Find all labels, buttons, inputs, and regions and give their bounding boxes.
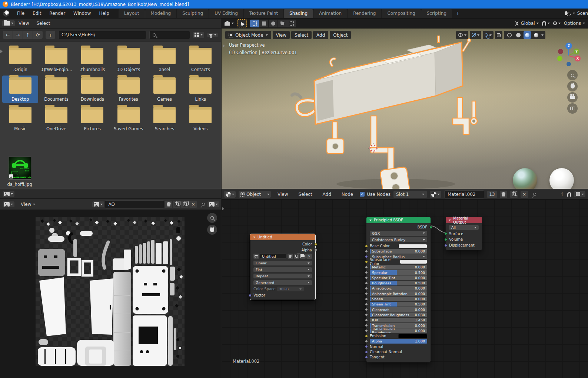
slider-ior[interactable]: IOR1.450 (370, 318, 427, 322)
slider-sheen[interactable]: Sheen0.000 (370, 297, 427, 301)
pin-icon[interactable] (202, 202, 206, 206)
viewport-zoom-button[interactable] (567, 70, 578, 80)
browse-image-button[interactable] (92, 201, 104, 207)
material-name-field[interactable]: Material.002 (444, 190, 484, 198)
users-count-button[interactable]: 13 (487, 191, 497, 198)
slider-subsurface[interactable]: Subsurface0.000 (370, 249, 427, 254)
viewport-perspective-button[interactable] (567, 103, 578, 114)
ie-menu-view[interactable]: View (17, 202, 39, 207)
socket-vector-input[interactable] (249, 294, 252, 297)
tab-rendering[interactable]: Rendering (348, 9, 381, 19)
tab-uv-editing[interactable]: UV Editing (209, 9, 243, 19)
back-button[interactable]: ← (3, 31, 13, 39)
socket-transmission-roughness-input[interactable] (365, 329, 368, 332)
image-name-field[interactable]: Untitled (260, 254, 287, 259)
transform-orientation-dropdown[interactable]: Global (514, 21, 538, 26)
menu-file[interactable]: File (13, 9, 29, 18)
socket-displacement-input[interactable] (444, 244, 447, 247)
file-tile-da-hoffi[interactable]: Get some Beat www.DA-HOFFI.de da_hoffi.j… (3, 155, 36, 188)
socket-bsdf-output[interactable] (429, 226, 432, 229)
socket-metallic-input[interactable] (365, 266, 368, 269)
select-tweak-button[interactable] (259, 20, 268, 27)
snapping-icon[interactable] (567, 192, 571, 197)
interpolation-dropdown[interactable]: Linear (253, 261, 312, 265)
socket-base-color-input[interactable] (365, 245, 368, 248)
node-image-texture[interactable]: Untitled Color Alpha Untitled × Linear F… (250, 234, 316, 300)
folder-tile-searches[interactable]: Searches (146, 105, 182, 133)
folder-tile-links[interactable]: Links (183, 76, 219, 103)
socket-alpha-output[interactable] (314, 248, 317, 251)
image-mode-dropdown[interactable] (3, 201, 14, 207)
socket-clearcoat-normal-input[interactable] (365, 351, 368, 354)
menu-render[interactable]: Render (45, 9, 69, 18)
socket-sheen-input[interactable] (365, 298, 368, 301)
new-image-button[interactable] (294, 254, 299, 259)
viewport-camera-button[interactable] (567, 92, 578, 103)
socket-transmission-input[interactable] (365, 324, 368, 327)
socket-anisotropic-rotation-input[interactable] (365, 292, 368, 295)
fb-menu-select[interactable]: Select (33, 21, 54, 26)
select-circle-button[interactable] (269, 20, 278, 27)
editor-type-button[interactable] (3, 191, 14, 197)
socket-roughness-input[interactable] (365, 282, 368, 285)
gizmo-neg-x-axis[interactable] (558, 49, 563, 54)
select-lasso-button[interactable] (278, 20, 287, 27)
se-menu-select[interactable]: Select (295, 192, 316, 197)
tab-sculpting[interactable]: Sculpting (177, 9, 209, 19)
socket-color-output[interactable] (314, 243, 317, 246)
socket-emission-input[interactable] (365, 335, 368, 338)
folder-tile-qtwebengin[interactable]: .QtWebEngin... (38, 46, 74, 73)
node-header[interactable]: Untitled (250, 234, 315, 240)
zoom-button[interactable] (207, 213, 217, 223)
socket-clearcoat-input[interactable] (365, 308, 368, 311)
path-field[interactable]: C:\Users\HoFFi\ (58, 31, 146, 39)
menu-window[interactable]: Window (69, 9, 95, 18)
socket-specular-input[interactable] (365, 271, 368, 274)
socket-subsurface-color-input[interactable] (365, 260, 368, 263)
socket-tangent-input[interactable] (365, 356, 368, 359)
menu-help[interactable]: Help (95, 9, 113, 18)
create-folder-button[interactable]: + (46, 31, 55, 39)
distribution-dropdown[interactable]: GGX (370, 231, 427, 236)
file-browser-content[interactable]: .Origin.QtWebEngin....thumbnails3D Objec… (0, 41, 221, 189)
node-header[interactable]: Principled BSDF (366, 217, 431, 223)
socket-clearcoat-roughness-input[interactable] (365, 313, 368, 316)
socket-subsurface-input[interactable] (365, 250, 368, 253)
editor-type-button[interactable] (2, 20, 15, 26)
extension-dropdown[interactable]: Repeat (253, 274, 312, 278)
gizmo-neg-z-axis[interactable] (567, 62, 571, 66)
slider-alpha[interactable]: Alpha1.000 (370, 339, 427, 344)
unlink-image-button[interactable]: × (189, 201, 197, 208)
folder-tile-desktop[interactable]: Desktop (2, 76, 38, 103)
pack-image-button[interactable] (181, 201, 189, 208)
image-name-field[interactable]: AO (105, 200, 164, 208)
refresh-button[interactable]: ⟳ (33, 31, 43, 39)
tab-modeling[interactable]: Modeling (145, 9, 177, 19)
slider-metallic[interactable]: Metallic0.000 (370, 265, 427, 270)
gizmo-y-axis[interactable]: Y (574, 48, 579, 54)
gizmo-z-axis[interactable]: Z (565, 43, 572, 49)
se-menu-add[interactable]: Add (319, 192, 335, 197)
unlink-image-button[interactable]: × (306, 254, 312, 259)
fake-user-button[interactable] (288, 254, 293, 259)
open-image-button[interactable] (300, 254, 306, 259)
options-dropdown[interactable]: Options (564, 21, 585, 26)
se-menu-node[interactable]: Node (338, 192, 357, 197)
image-editor-canvas[interactable] (0, 210, 221, 378)
slider-clearcoat-roughness[interactable]: Clearcoat Roughness0.030 (370, 312, 427, 317)
collapse-icon[interactable] (253, 237, 255, 238)
socket-subsurface-radius-input[interactable] (365, 255, 368, 258)
socket-volume-input[interactable] (444, 238, 447, 241)
forward-button[interactable]: → (13, 31, 23, 39)
collapse-icon[interactable] (369, 220, 372, 221)
node-principled-bsdf[interactable]: Principled BSDF BSDF GGX Christensen-Bur… (366, 217, 431, 362)
use-nodes-toggle[interactable]: ✓ Use Nodes (360, 192, 391, 197)
viewport-canvas[interactable]: Object Mode View Select Add Object (222, 29, 588, 189)
folder-tile-documents[interactable]: Documents (38, 76, 74, 103)
folder-tile-onedrive[interactable]: OneDrive (38, 105, 74, 133)
socket-ior-input[interactable] (365, 319, 368, 322)
browse-image-button[interactable] (253, 254, 259, 259)
folder-tile-origin[interactable]: .Origin (2, 46, 38, 73)
display-channels-button[interactable] (207, 201, 219, 207)
tab-compositing[interactable]: Compositing (382, 9, 421, 19)
